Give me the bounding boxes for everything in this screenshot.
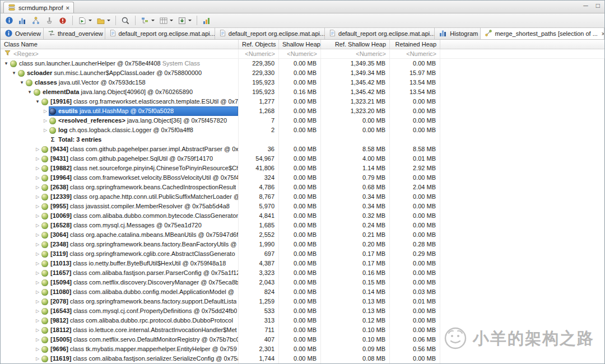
tree-row[interactable]: ΣTotal: 3 entries	[1, 135, 604, 144]
tree-row[interactable]: ▾classes java.util.Vector @ 0x7593dc1581…	[1, 78, 604, 87]
dropdown-arrow-icon[interactable]	[107, 20, 110, 21]
tree-row[interactable]: ▾class sun.launcher.LauncherHelper @ 0x7…	[1, 59, 604, 68]
collapse-arrow-icon[interactable]: ▾	[26, 87, 33, 97]
expand-arrow-icon[interactable]: ▷	[34, 192, 41, 202]
expand-arrow-icon[interactable]: ▷	[34, 154, 41, 164]
tree-row[interactable]: ▷esutils java.util.HashMap @ 0x75f0a5028…	[1, 106, 604, 116]
info-button[interactable]	[3, 15, 15, 27]
tree-row[interactable]: ▷[9955] class javassist.compiler.MemberR…	[1, 202, 604, 211]
tree-row[interactable]: ▷[2348] class org.springframework.beans.…	[1, 240, 604, 249]
expand-arrow-icon[interactable]: ▷	[42, 106, 49, 116]
column-header-shallow-heap[interactable]: Shallow Heap	[279, 40, 321, 49]
run-expert-report-button[interactable]	[76, 15, 94, 27]
expand-arrow-icon[interactable]: ▷	[34, 240, 41, 249]
tab-overview[interactable]: Overview	[1, 28, 44, 39]
tree-row[interactable]: ▷[2078] class org.springframework.beans.…	[1, 297, 604, 306]
close-tab-icon[interactable]: ×	[602, 30, 604, 37]
tree-row[interactable]: ▷[3119] class org.springframework.cglib.…	[1, 249, 604, 259]
tab-default-report-org-eclipse-mat-api[interactable]: default_report org.eclipse.mat.api...	[215, 28, 325, 39]
tree-row[interactable]: ▷[11013] class io.netty.buffer.ByteBufUt…	[1, 259, 604, 268]
dropdown-arrow-icon[interactable]	[151, 20, 155, 21]
collapse-arrow-icon[interactable]: ▾	[11, 68, 17, 78]
tree-row[interactable]: ▷[9812] class com.alibaba.dubbo.rpc.prot…	[1, 316, 604, 325]
expand-arrow-icon[interactable]: ▷	[34, 325, 41, 335]
filter-shallow-heap[interactable]: <Numeric>	[279, 49, 321, 58]
collapse-arrow-icon[interactable]: ▾	[34, 97, 41, 106]
expand-arrow-icon[interactable]: ▷	[34, 354, 41, 363]
tree-row[interactable]: ▷[2638] class org.springframework.beans.…	[1, 183, 604, 192]
tree-row[interactable]: ▷[16543] class com.mysql.cj.conf.Propert…	[1, 306, 604, 316]
expand-arrow-icon[interactable]: ▷	[34, 202, 41, 211]
tree-row[interactable]: ▷[15094] class com.netflix.discovery.Dis…	[1, 278, 604, 287]
expand-arrow-icon[interactable]: ▷	[34, 249, 41, 259]
tree-row[interactable]: ▷[3064] class org.apache.catalina.mbeans…	[1, 230, 604, 240]
expand-arrow-icon[interactable]: ▷	[34, 268, 41, 278]
expand-arrow-icon[interactable]: ▷	[34, 306, 41, 316]
filter-retained-heap[interactable]: <Numeric>	[390, 49, 440, 58]
expand-arrow-icon[interactable]: ▷	[34, 259, 41, 268]
dropdown-arrow-icon[interactable]	[188, 20, 192, 21]
tree-row[interactable]: ▷[19964] class com.frameworkset.velocity…	[1, 173, 604, 183]
filter-ref-shallow-heap[interactable]: <Numeric>	[321, 49, 390, 58]
minimize-button[interactable]: ─	[583, 2, 588, 10]
tab-thread-overview[interactable]: thread_overview	[44, 28, 105, 39]
expand-arrow-icon[interactable]: ▷	[34, 344, 41, 354]
export-button[interactable]	[176, 15, 193, 27]
collapse-arrow-icon[interactable]: ▾	[3, 59, 10, 68]
column-header-ref-objects[interactable]: Ref. Objects	[239, 40, 279, 49]
file-tab[interactable]: scrmdump.hprof ×	[3, 2, 74, 13]
expand-arrow-icon[interactable]: ▷	[34, 173, 41, 183]
tree-row[interactable]: ▾scloader sun.misc.Launcher$AppClassLoad…	[1, 68, 604, 78]
tree-row[interactable]: ▷[11657] class com.alibaba.fastjson.pars…	[1, 268, 604, 278]
tree-row[interactable]: ▷[11619] class com.alibaba.fastjson.seri…	[1, 354, 604, 363]
expand-arrow-icon[interactable]: ▷	[34, 316, 41, 325]
tree-row[interactable]: ▷[11080] class com.alibaba.dubbo.config.…	[1, 287, 604, 297]
column-header-retained-heap[interactable]: Retained Heap	[390, 40, 440, 49]
compare-chart-button[interactable]	[201, 15, 213, 27]
tab-default-report-org-eclipse-mat-api[interactable]: default_report org.eclipse.mat.api...	[325, 28, 435, 39]
expand-arrow-icon[interactable]: ▷	[34, 144, 41, 154]
expand-arrow-icon[interactable]: ▷	[34, 278, 41, 287]
dropdown-arrow-icon[interactable]	[170, 20, 173, 21]
leak-report-button[interactable]	[57, 15, 69, 27]
tree-row[interactable]: ▾elementData java.lang.Object[40960] @ 0…	[1, 87, 604, 97]
tree-row[interactable]: ▷[9696] class tk.mybatis.mapper.mapperhe…	[1, 344, 604, 354]
filter-class-name[interactable]: <Regex>	[1, 49, 239, 58]
expand-arrow-icon[interactable]: ▷	[42, 125, 49, 135]
tree-row[interactable]: ▷log ch.qos.logback.classic.Logger @ 0x7…	[1, 125, 604, 135]
column-header-class-name[interactable]: Class Name	[1, 40, 239, 49]
tree-row[interactable]: ▷[16528] class com.mysql.cj.Messages @ 0…	[1, 221, 604, 230]
group-result-button[interactable]	[139, 15, 156, 27]
tree-row[interactable]: ▷[18112] class io.lettuce.core.internal.…	[1, 325, 604, 335]
histogram-button[interactable]	[16, 15, 29, 27]
tree-row[interactable]: ▷[12339] class org.apache.http.conn.util…	[1, 192, 604, 202]
maximize-button[interactable]: □	[596, 2, 600, 10]
close-icon[interactable]: ×	[66, 4, 69, 11]
dominator-tree-button[interactable]	[30, 15, 42, 27]
collapse-arrow-icon[interactable]: ▾	[18, 78, 25, 87]
column-header-ref-shallow-heap[interactable]: Ref. Shallow Heap	[321, 40, 390, 49]
open-query-browser-button[interactable]	[95, 15, 112, 27]
expand-arrow-icon[interactable]: ▷	[34, 230, 41, 240]
tree-row[interactable]: ▷[15005] class com.netflix.servo.Default…	[1, 335, 604, 344]
expand-arrow-icon[interactable]: ▷	[34, 221, 41, 230]
dropdown-arrow-icon[interactable]	[89, 20, 92, 21]
tab-merge-shortest-paths-selection-of[interactable]: merge_shortest_paths [selection of ...×	[481, 28, 604, 39]
tree-row[interactable]: ▷[9434] class com.github.pagehelper.pars…	[1, 144, 604, 154]
tree-row[interactable]: ▷[9431] class com.github.pagehelper.SqlU…	[1, 154, 604, 164]
expand-arrow-icon[interactable]: ▷	[34, 164, 41, 173]
customize-columns-button[interactable]	[157, 15, 175, 27]
expand-arrow-icon[interactable]: ▷	[34, 297, 41, 306]
expand-arrow-icon[interactable]: ▷	[34, 211, 41, 221]
expand-arrow-icon[interactable]: ▷	[34, 183, 41, 192]
tab-default-report-org-eclipse-mat-api[interactable]: default_report org.eclipse.mat.api...	[105, 28, 215, 39]
search-button[interactable]	[119, 15, 132, 27]
filter-ref-objects[interactable]: <Numeric>	[239, 49, 279, 58]
tree-row[interactable]: ▷<resolved_references> java.lang.Object[…	[1, 116, 604, 125]
path-to-gc-roots-button[interactable]	[43, 15, 55, 27]
tree-row[interactable]: ▷[19882] class net.sourceforge.pinyin4j.…	[1, 164, 604, 173]
expand-arrow-icon[interactable]: ▷	[34, 335, 41, 344]
tree-row[interactable]: ▾[19916] class org.frameworkset.elastics…	[1, 97, 604, 106]
expand-arrow-icon[interactable]: ▷	[34, 287, 41, 297]
tab-histogram[interactable]: Histogram	[435, 28, 481, 39]
